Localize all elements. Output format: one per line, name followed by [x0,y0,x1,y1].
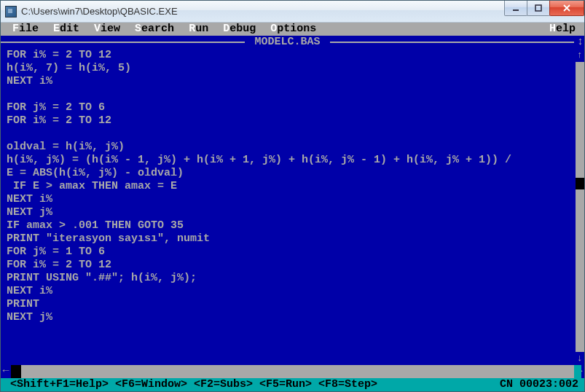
menu-view[interactable]: View [87,23,127,36]
menu-file[interactable]: File [5,23,46,36]
maximize-pane-icon[interactable]: ↕ [574,36,584,49]
statusbar: <Shift+F1=Help> <F6=Window> <F2=Subs> <F… [1,378,584,391]
menu-run[interactable]: Run [181,23,216,36]
menubar: File Edit View Search Run Debug Options … [1,23,584,36]
close-button[interactable] [549,1,584,16]
hscroll-track[interactable] [11,365,574,378]
rule-right [330,42,574,43]
app-icon [5,6,17,17]
minimize-icon [511,4,520,12]
vscroll-thumb[interactable] [576,178,584,189]
maximize-button[interactable] [527,1,550,16]
close-icon [562,4,571,12]
window-controls [505,1,584,16]
status-hints: <Shift+F1=Help> <F6=Window> <F2=Subs> <F… [4,378,377,391]
menu-search[interactable]: Search [127,23,181,36]
scroll-left-icon[interactable]: ← [1,365,11,378]
vertical-scrollbar[interactable]: ↑ ↓ [576,49,584,365]
qbasic-screen: File Edit View Search Run Debug Options … [1,23,584,391]
titlebar[interactable]: C:\Users\win7\Desktop\QBASIC.EXE [1,1,584,23]
menu-edit[interactable]: Edit [46,23,87,36]
hscroll-thumb[interactable] [11,365,21,378]
minimize-button[interactable] [504,1,527,16]
open-filename: MODELC.BAS [245,36,329,49]
code-area[interactable]: FOR i% = 2 TO 12 h(i%, 7) = h(i%, 5) NEX… [1,49,584,324]
maximize-icon [534,4,543,12]
scroll-down-icon[interactable]: ↓ [576,352,584,365]
horizontal-scrollbar[interactable]: ← → [1,365,584,378]
editor-pane: FOR i% = 2 TO 12 h(i%, 7) = h(i%, 5) NEX… [1,49,584,365]
file-label-row: MODELC.BAS ↕ [1,36,584,49]
menu-help[interactable]: Help [545,23,580,36]
menu-debug[interactable]: Debug [216,23,263,36]
svg-rect-0 [513,9,519,11]
app-window: C:\Users\win7\Desktop\QBASIC.EXE File Ed… [0,0,585,392]
menu-options[interactable]: Options [263,23,323,36]
vscroll-track[interactable] [576,62,584,352]
window-title: C:\Users\win7\Desktop\QBASIC.EXE [21,6,178,17]
rule-left [1,42,245,43]
scroll-up-icon[interactable]: ↑ [576,49,584,62]
svg-rect-1 [535,5,541,11]
